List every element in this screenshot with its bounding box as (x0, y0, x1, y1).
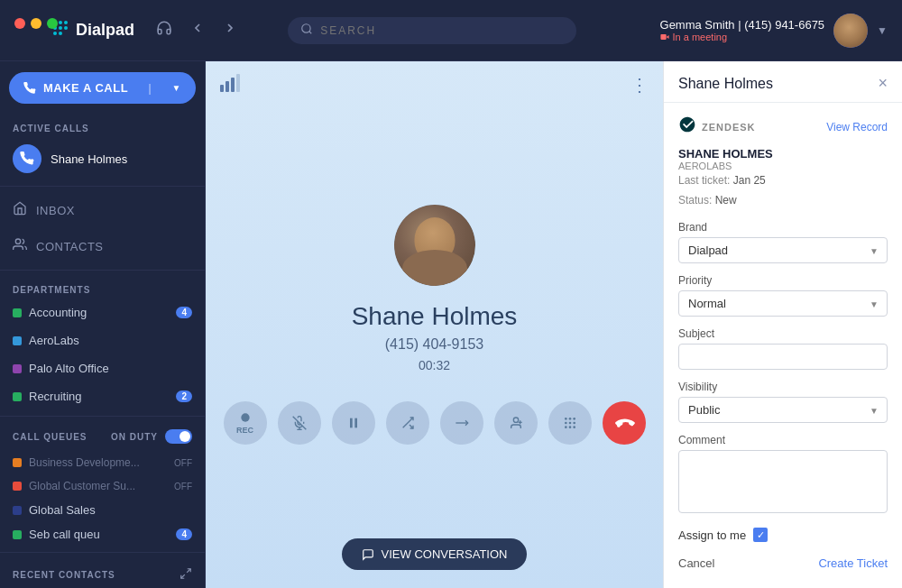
ticket-info: Last ticket: Jan 25 Status: New (678, 171, 888, 210)
cancel-button[interactable]: Cancel (678, 553, 714, 574)
record-button[interactable]: REC (224, 401, 267, 445)
make-call-button[interactable]: MAKE A CALL | ▼ (9, 72, 196, 104)
right-panel-body: ZENDESK View Record SHANE HOLMES AEROLAB… (664, 103, 902, 588)
contact-full-name: SHANE HOLMES (678, 147, 888, 161)
right-panel-close-button[interactable]: × (878, 74, 888, 93)
queue-name-globalcust: Global Customer Su... (29, 480, 135, 492)
assign-row: Assign to me (678, 528, 888, 542)
active-call-avatar (13, 144, 41, 173)
create-ticket-button[interactable]: Create Ticket (818, 553, 888, 574)
svg-rect-19 (354, 418, 357, 428)
zendesk-label: ZENDESK (702, 122, 756, 133)
headset-icon[interactable] (152, 16, 176, 44)
dept-item-paloalto[interactable]: Palo Alto Office (0, 354, 205, 382)
queue-dot-globalcust (13, 482, 22, 491)
user-menu-chevron[interactable]: ▼ (877, 24, 888, 37)
last-ticket-value: Jan 25 (733, 174, 766, 187)
last-ticket-label: Last ticket: (678, 174, 730, 187)
dept-item-aerolabs[interactable]: AeroLabs (0, 326, 205, 354)
comment-textarea[interactable] (678, 450, 888, 513)
app-name: Dialpad (76, 21, 134, 40)
svg-point-23 (513, 418, 518, 422)
signal-bar-4 (236, 74, 240, 92)
close-window-button[interactable] (14, 18, 25, 29)
assign-me-checkbox[interactable] (753, 528, 768, 542)
user-info: Gemma Smith | (415) 941-6675 In a meetin… (660, 14, 888, 48)
signal-bars (220, 74, 240, 92)
search-bar (288, 17, 576, 44)
queue-item-globalcust[interactable]: Global Customer Su... OFF (0, 474, 205, 498)
caller-phone: (415) 404-9153 (385, 336, 483, 353)
call-controls: REC (224, 401, 646, 445)
user-name: Gemma Smith | (415) 941-6675 (660, 18, 825, 32)
view-record-link[interactable]: View Record (826, 121, 888, 133)
sidebar-item-inbox[interactable]: INBOX (0, 192, 205, 228)
queue-name-bizdev: Business Developme... (29, 456, 140, 469)
svg-point-6 (53, 32, 57, 35)
search-input[interactable] (320, 24, 564, 37)
call-timer: 00:32 (419, 358, 450, 372)
maximize-window-button[interactable] (47, 18, 58, 29)
brand-select[interactable]: Dialpad Support Sales (678, 237, 888, 263)
dept-name-accounting: Accounting (29, 306, 87, 319)
queue-badge-sebcall: 4 (176, 528, 192, 540)
subject-field: Subject (678, 327, 888, 370)
queue-dot-sebcall (13, 530, 22, 539)
queue-item-bizdev[interactable]: Business Developme... OFF (0, 451, 205, 474)
comment-label: Comment (678, 434, 888, 446)
view-conversation-button[interactable]: VIEW CONVERSATION (342, 538, 528, 570)
call-more-options-button[interactable]: ⋮ (630, 74, 649, 96)
comment-field: Comment (678, 434, 888, 517)
contacts-icon (13, 237, 27, 255)
sidebar: MAKE A CALL | ▼ ACTIVE CALLS Shane Holme… (0, 61, 206, 588)
svg-point-5 (64, 26, 68, 30)
contact-company: AEROLABS (678, 161, 888, 171)
active-call-item[interactable]: Shane Holmes (0, 137, 205, 180)
dept-badge-recruiting: 2 (176, 390, 192, 402)
assign-me-label: Assign to me (678, 528, 746, 542)
transfer-button[interactable] (386, 401, 429, 445)
signal-bar-3 (231, 78, 235, 92)
hold-button[interactable] (332, 401, 375, 445)
dept-item-recruiting[interactable]: Recruiting 2 (0, 382, 205, 410)
svg-point-8 (302, 23, 310, 32)
sidebar-item-contacts[interactable]: CONTACTS (0, 228, 205, 264)
recent-contacts-label: RECENT CONTACTS (13, 570, 115, 580)
minimize-window-button[interactable] (31, 18, 41, 29)
dept-item-accounting[interactable]: Accounting 4 (0, 299, 205, 326)
svg-line-12 (187, 569, 190, 573)
keypad-button[interactable] (548, 401, 592, 445)
queue-dot-bizdev (13, 458, 22, 467)
signal-bar-1 (220, 85, 224, 92)
make-call-divider: | (148, 81, 152, 95)
svg-point-31 (573, 422, 575, 425)
right-panel-header: Shane Holmes × (664, 61, 902, 103)
priority-select[interactable]: Low Normal High Urgent (678, 290, 888, 317)
search-icon (300, 23, 313, 39)
nav-forward-button[interactable] (219, 17, 241, 43)
svg-point-2 (64, 21, 68, 24)
on-duty-label: ON DUTY (111, 432, 158, 442)
merge-button[interactable] (440, 401, 483, 445)
make-call-dropdown-icon: ▼ (172, 83, 181, 93)
active-calls-label: ACTIVE CALLS (0, 115, 205, 137)
inbox-label: INBOX (36, 204, 75, 217)
mute-button[interactable] (278, 401, 321, 445)
add-caller-button[interactable] (494, 401, 538, 445)
subject-input[interactable] (678, 344, 888, 370)
nav-back-button[interactable] (187, 17, 208, 43)
user-status: In a meeting (660, 32, 825, 42)
zendesk-logo: ZENDESK (678, 115, 756, 138)
sidebar-divider-3 (0, 416, 205, 417)
recent-contacts-expand-icon[interactable] (179, 567, 192, 583)
zendesk-icon (678, 115, 696, 138)
on-duty-toggle[interactable] (165, 429, 192, 444)
active-call-name: Shane Holmes (51, 152, 127, 166)
brand-field: Brand Dialpad Support Sales (678, 221, 888, 263)
hangup-button[interactable] (603, 401, 646, 445)
svg-point-27 (568, 418, 571, 420)
svg-point-26 (565, 418, 567, 420)
visibility-select[interactable]: Public Private (678, 397, 888, 423)
queue-item-sebcall[interactable]: Seb call queu 4 (0, 522, 205, 547)
queue-item-globalsales[interactable]: Global Sales (0, 498, 205, 522)
